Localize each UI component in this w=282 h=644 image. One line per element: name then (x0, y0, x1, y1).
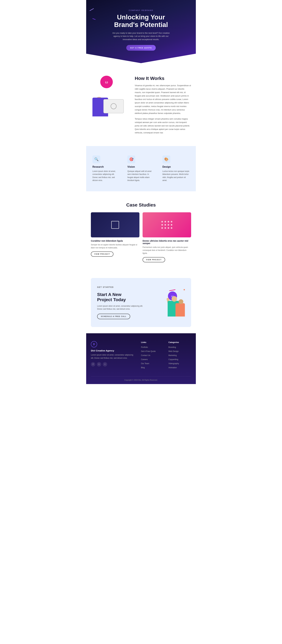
footer-link-quote[interactable]: Get A Free Quote (141, 350, 156, 352)
case-2-title: Donec ultricies lobortis eros nec auctor… (142, 240, 191, 244)
features-section: 🔍 Research Lorem ipsum dolor sit amet, c… (86, 146, 196, 191)
list-item: Get A Free Quote (141, 350, 164, 352)
case-1-icon (111, 221, 119, 229)
case-1-title: Curabitur non bibendum ligula (91, 240, 140, 242)
view-project-2-button[interactable]: VIEW PROJECT (142, 257, 165, 262)
list-item: Copywriting (168, 358, 191, 361)
footer-link-portfolio[interactable]: Portfolio (141, 346, 148, 348)
case-card-1: Curabitur non bibendum ligula Semper leo… (91, 212, 140, 262)
instagram-icon[interactable]: i (103, 362, 107, 366)
design-icon: 🎨 (162, 156, 170, 163)
vision-description: Quisque aliquet velit sit amet sem inter… (127, 170, 154, 182)
twitter-icon[interactable]: t (97, 362, 101, 366)
laptop-circle (110, 103, 116, 109)
cta-section: GET STARTED Start A New Project Today Lo… (91, 278, 191, 327)
footer-cat-branding[interactable]: Branding (168, 346, 176, 348)
footer-cat-webdesign[interactable]: Web Design (168, 350, 178, 352)
footer-links-list: Portfolio Get A Free Quote Contact Us Ca… (141, 346, 164, 369)
design-title: Design (162, 166, 190, 168)
vision-icon: 🎯 (127, 156, 135, 163)
vision-title: Vision (127, 166, 154, 168)
list-item: Our Team (141, 362, 164, 365)
cta-accent-dot (184, 289, 185, 290)
case-grid: Curabitur non bibendum ligula Semper leo… (91, 212, 191, 262)
list-item: Marketing (168, 354, 191, 357)
facebook-icon[interactable]: f (91, 362, 95, 366)
footer-categories-heading: Categories (168, 341, 191, 344)
how-para2: Tempus netus integer ornare pharetra sem… (135, 117, 191, 134)
feature-card-vision: 🎯 Vision Quisque aliquet velit sit amet … (126, 154, 156, 184)
cta-text: GET STARTED Start A New Project Today Lo… (97, 286, 149, 319)
schedule-call-button[interactable]: SCHEDULE A FREE CALL (97, 314, 130, 319)
case-2-description: Fermentum nulla non justo aliquet, quis … (142, 246, 191, 255)
footer-categories-list: Branding Web Design Marketing Copywritin… (168, 346, 191, 369)
case-studies-section: Case Studies Curabitur non bibendum ligu… (86, 191, 196, 272)
case-studies-heading: Case Studies (91, 202, 191, 208)
footer-link-careers[interactable]: Careers (141, 358, 148, 360)
view-project-1-button[interactable]: VIEW PROJECT (91, 252, 114, 257)
how-it-works-section: ω How It Works Vivamus id gravida mi, ne… (86, 63, 196, 146)
footer-link-blog[interactable]: Blog (141, 366, 145, 369)
footer-logo: D (91, 341, 97, 348)
footer-link-contact[interactable]: Contact Us (141, 354, 150, 356)
research-icon: 🔍 (92, 156, 100, 163)
footer-categories-col: Categories Branding Web Design Marketing… (168, 341, 191, 370)
get-quote-button[interactable]: GET A FREE QUOTE (126, 45, 156, 50)
footer-brand: D Divi Creative Agency Lorem ipsum dolor… (91, 341, 136, 370)
list-item: Videography (168, 362, 191, 365)
footer-links-heading: Links (141, 341, 164, 344)
laptop (104, 99, 124, 113)
how-illustration: ω (91, 76, 128, 116)
list-item: Animation (168, 366, 191, 369)
list-item: Branding (168, 346, 191, 348)
feature-card-research: 🔍 Research Lorem ipsum dolor sit amet, c… (91, 154, 121, 184)
cta-heading-line1: Start A New (97, 292, 122, 297)
case-card-2: Donec ultricies lobortis eros nec auctor… (142, 212, 191, 262)
cta-pink-accent (169, 290, 176, 291)
design-description: Luctus lectus non quisque turpis bibendu… (162, 170, 190, 182)
hero-title-line2: Brand's Potential (114, 21, 168, 28)
cta-illustration: ω (154, 288, 185, 316)
cta-label: GET STARTED (97, 286, 149, 289)
list-item: Blog (141, 366, 164, 369)
case-image-2 (142, 212, 191, 238)
footer: D Divi Creative Agency Lorem ipsum dolor… (86, 333, 196, 384)
how-text-content: How It Works Vivamus id gravida mi, nec … (135, 76, 191, 137)
footer-cat-videography[interactable]: Videography (168, 362, 179, 364)
footer-bottom: Copyright © 2023 Divi. All Rights Reserv… (91, 376, 191, 381)
list-item: Careers (141, 358, 164, 361)
footer-link-team[interactable]: Our Team (141, 362, 149, 364)
cta-heading-line2: Project Today (97, 297, 126, 302)
hero-title-line1: Unlocking Your (117, 14, 165, 21)
research-description: Lorem ipsum dolor sit amet, consectetur … (92, 170, 120, 182)
footer-socials: f t i (91, 362, 136, 366)
list-item: Portfolio (141, 346, 164, 348)
how-heading: How It Works (135, 76, 191, 81)
footer-cat-marketing[interactable]: Marketing (168, 354, 177, 356)
list-item: Contact Us (141, 354, 164, 357)
footer-cat-copywriting[interactable]: Copywriting (168, 358, 178, 360)
cta-description: Lorem ipsum dolor sit amet, consectetur … (97, 304, 149, 310)
hero-subtitle: Are you ready to take your brand to the … (110, 32, 172, 41)
copyright-text: Copyright © 2023 Divi. All Rights Reserv… (124, 379, 158, 381)
hero-label: COMPANY REBRAND (91, 10, 191, 11)
list-item: Web Design (168, 350, 191, 352)
footer-brand-name: Divi Creative Agency (91, 349, 136, 352)
case-image-1 (91, 212, 140, 238)
how-para1: Vivamus id gravida mi, nec ullamcorper p… (135, 84, 191, 115)
hero-title: Unlocking Your Brand's Potential (91, 14, 191, 29)
case-1-description: Semper leo et sapien lobortis facilisis … (91, 243, 140, 249)
cta-heading: Start A New Project Today (97, 292, 149, 302)
footer-brand-description: Lorem ipsum dolor sit amet, consectetur … (91, 354, 136, 360)
hero-section: COMPANY REBRAND Unlocking Your Brand's P… (86, 0, 196, 63)
footer-cat-animation[interactable]: Animation (168, 366, 177, 369)
feature-card-design: 🎨 Design Luctus lectus non quisque turpi… (161, 154, 191, 184)
case-2-dots (158, 218, 176, 232)
footer-grid: D Divi Creative Agency Lorem ipsum dolor… (91, 341, 191, 370)
research-title: Research (92, 166, 120, 168)
chat-bubble-icon: ω (100, 76, 113, 88)
footer-links-col: Links Portfolio Get A Free Quote Contact… (141, 341, 164, 370)
cta-person-orange (176, 303, 185, 316)
